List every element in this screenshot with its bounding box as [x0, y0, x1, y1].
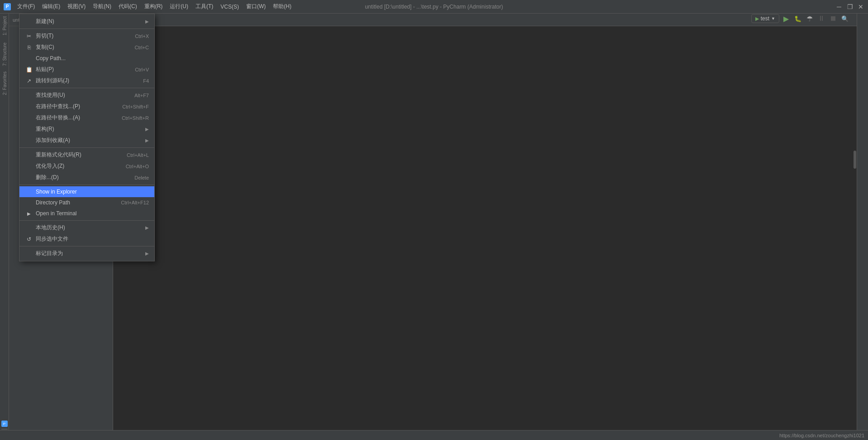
ctx-copy-shortcut: Ctrl+C — [135, 45, 149, 50]
ctx-mark-dir[interactable]: 标记目录为 ▶ — [19, 248, 154, 259]
right-sidebar — [857, 14, 868, 440]
window-controls: ─ ❐ ✕ — [835, 3, 864, 10]
ctx-sep-4 — [19, 185, 154, 185]
ctx-refactor-icon — [25, 126, 33, 133]
ctx-optimize-icon — [25, 163, 33, 170]
app-icon: P — [4, 3, 11, 10]
ctx-new-icon — [25, 18, 33, 25]
ctx-delete[interactable]: 删除...(D) Delete — [19, 172, 154, 183]
ctx-cut-shortcut: Ctrl+X — [135, 33, 149, 39]
ctx-markdir-icon — [25, 250, 33, 257]
status-right: https://blog.csdn.net/zouchengzhi1021 — [779, 433, 864, 438]
editor-area: test.py 1 2 3 4 5 6 7 8 9 — [113, 14, 857, 440]
ctx-new-arrow: ▶ — [145, 19, 149, 24]
run-config-selector[interactable]: ▶ test ▼ — [751, 14, 779, 23]
maximize-button[interactable]: ❐ — [846, 3, 854, 10]
menu-code[interactable]: 代码(C) — [115, 1, 141, 12]
debug-button[interactable]: 🐛 — [793, 14, 803, 24]
ctx-replacepath-icon — [25, 114, 33, 122]
ctx-directory-path[interactable]: Directory Path Ctrl+Alt+F12 — [19, 197, 154, 208]
minimize-button[interactable]: ─ — [835, 3, 843, 10]
structure-panel-toggle[interactable]: 7: Structure — [0, 40, 9, 69]
ctx-replacepath-shortcut: Ctrl+Shift+R — [122, 115, 149, 121]
scroll-gutter[interactable] — [853, 26, 857, 440]
ctx-add-favorites[interactable]: 添加到收藏(A) ▶ — [19, 135, 154, 146]
menu-edit[interactable]: 编辑(E) — [38, 1, 64, 12]
ctx-findinpath-shortcut: Ctrl+Shift+F — [122, 104, 149, 109]
ctx-sep-3 — [19, 147, 154, 148]
ctx-sep-2 — [19, 88, 154, 88]
ctx-favorites-icon — [25, 137, 33, 144]
ctx-refactor-arrow: ▶ — [145, 127, 149, 132]
ctx-find-shortcut: Alt+F7 — [134, 93, 149, 98]
ctx-find-usages[interactable]: 查找使用(U) Alt+F7 — [19, 90, 154, 101]
ctx-jump-icon: ↗ — [25, 77, 33, 85]
ctx-optimize-shortcut: Ctrl+Alt+O — [126, 164, 149, 169]
ctx-copy-path[interactable]: Copy Path... — [19, 53, 154, 64]
ctx-reformat-icon — [25, 151, 33, 159]
menu-help[interactable]: 帮助(H) — [269, 1, 295, 12]
menu-file[interactable]: 文件(F) — [14, 1, 38, 12]
menu-vcs[interactable]: VCS(S) — [217, 2, 243, 12]
ctx-new[interactable]: 新建(N) ▶ — [19, 16, 154, 27]
ctx-paste[interactable]: 📋 粘贴(P) Ctrl+V — [19, 64, 154, 75]
ctx-copy-icon: ⎘ — [25, 44, 33, 51]
ctx-jump-shortcut: F4 — [143, 78, 149, 84]
ctx-refactor[interactable]: 重构(R) ▶ — [19, 123, 154, 135]
menu-tools[interactable]: 工具(T) — [192, 1, 217, 12]
ctx-paste-icon: 📋 — [25, 66, 33, 73]
close-button[interactable]: ✕ — [857, 3, 864, 10]
menu-navigate[interactable]: 导航(N) — [89, 1, 115, 12]
ctx-delete-shortcut: Delete — [134, 175, 149, 180]
ctx-find-icon — [25, 92, 33, 99]
ctx-reformat-shortcut: Ctrl+Alt+L — [127, 152, 149, 158]
ctx-dirpath-icon — [25, 199, 33, 206]
ctx-find-path[interactable]: 在路径中查找...(P) Ctrl+Shift+F — [19, 101, 154, 112]
status-bar: https://blog.csdn.net/zouchengzhi1021 — [0, 430, 868, 440]
pause-button[interactable]: ⏸ — [816, 14, 826, 24]
ctx-local-history[interactable]: 本地历史(H) ▶ — [19, 222, 154, 233]
context-menu: 新建(N) ▶ ✂ 剪切(T) Ctrl+X ⎘ 复制(C) Ctrl+C Co… — [19, 14, 155, 261]
ctx-copy-path-icon — [25, 55, 33, 62]
ctx-sep-1 — [19, 28, 154, 29]
menu-refactor[interactable]: 重构(R) — [141, 1, 167, 12]
ctx-cut-icon: ✂ — [25, 33, 33, 40]
divider-icon — [1, 429, 8, 430]
ctx-dirpath-shortcut: Ctrl+Alt+F12 — [121, 200, 149, 205]
ctx-sync-icon: ↺ — [25, 236, 33, 243]
ctx-optimize-imports[interactable]: 优化导入(Z) Ctrl+Alt+O — [19, 161, 154, 172]
ctx-sep-6 — [19, 246, 154, 246]
favorites-panel-toggle[interactable]: 2: Favorites — [0, 69, 9, 98]
ctx-sync-selected[interactable]: ↺ 同步选中文件 — [19, 233, 154, 245]
run-toolbar: ▶ test ▼ ▶ 🐛 ☂ ⏸ ⏹ 🔍 — [751, 14, 850, 24]
ctx-replace-path[interactable]: 在路径中替换...(A) Ctrl+Shift+R — [19, 112, 154, 123]
menu-view[interactable]: 视图(V) — [64, 1, 89, 12]
ctx-terminal-icon: ▶ — [25, 210, 33, 217]
ctx-show-in-explorer[interactable]: Show in Explorer — [19, 186, 154, 197]
main-layout: 1: Project 7: Structure 2: Favorites P ★… — [0, 14, 868, 440]
python-icon: P — [1, 421, 8, 427]
project-panel-toggle[interactable]: 1: Project — [0, 14, 9, 40]
run-button[interactable]: ▶ — [781, 14, 791, 24]
ctx-jump-source[interactable]: ↗ 跳转到源码(J) F4 — [19, 75, 154, 86]
ctx-open-terminal[interactable]: ▶ Open in Terminal — [19, 208, 154, 219]
ctx-sep-5 — [19, 220, 154, 221]
ctx-paste-shortcut: Ctrl+V — [135, 67, 149, 72]
ctx-reformat[interactable]: 重新格式化代码(R) Ctrl+Alt+L — [19, 149, 154, 161]
run-config-icon: ▶ — [755, 16, 759, 22]
stop-button[interactable]: ⏹ — [828, 14, 838, 24]
run-config-name: test — [761, 15, 769, 22]
menu-window[interactable]: 窗口(W) — [243, 1, 269, 12]
ctx-history-arrow: ▶ — [145, 225, 149, 230]
scroll-thumb[interactable] — [854, 151, 856, 169]
ctx-findinpath-icon — [25, 103, 33, 110]
editor-content[interactable]: 1 2 3 4 5 6 7 8 9 — [113, 26, 857, 440]
ctx-explorer-icon — [25, 188, 33, 195]
menu-run[interactable]: 运行(U) — [166, 1, 192, 12]
ctx-favorites-arrow: ▶ — [145, 138, 149, 143]
ctx-copy[interactable]: ⎘ 复制(C) Ctrl+C — [19, 42, 154, 53]
ctx-history-icon — [25, 224, 33, 232]
ctx-cut[interactable]: ✂ 剪切(T) Ctrl+X — [19, 30, 154, 42]
search-everywhere-button[interactable]: 🔍 — [840, 14, 850, 24]
coverage-button[interactable]: ☂ — [805, 14, 815, 24]
